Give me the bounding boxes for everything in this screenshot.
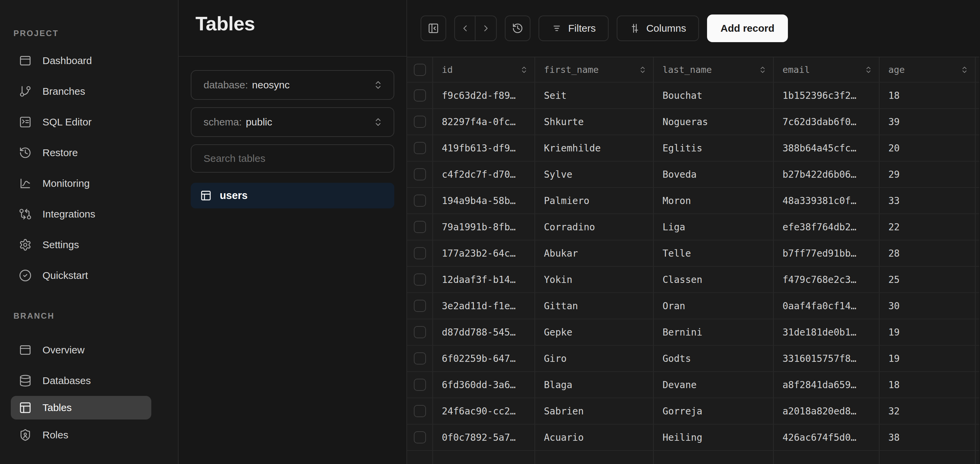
cell-email[interactable]: 1b152396c3f2… bbox=[773, 82, 879, 108]
cell-email[interactable]: 426ac674f5d0… bbox=[773, 424, 879, 451]
sort-icon[interactable] bbox=[638, 65, 648, 75]
row-checkbox[interactable] bbox=[414, 168, 426, 180]
sidebar-item-dashboard[interactable]: Dashboard bbox=[0, 45, 178, 76]
row-checkbox[interactable] bbox=[414, 221, 426, 233]
cell-id[interactable]: d87dd788-545… bbox=[433, 319, 535, 345]
cell-id[interactable]: 419fb613-df9… bbox=[433, 135, 535, 161]
cell-last_name[interactable]: Bernini bbox=[654, 319, 773, 345]
row-checkbox[interactable] bbox=[414, 300, 426, 312]
cell-email[interactable]: 388b64a45cfc… bbox=[773, 135, 879, 161]
cell-last_name[interactable]: Liga bbox=[654, 214, 773, 240]
cell-email[interactable]: b27b422d6b06… bbox=[773, 161, 879, 188]
cell-last_name[interactable]: Gorreja bbox=[654, 398, 773, 424]
row-checkbox[interactable] bbox=[414, 142, 426, 154]
cell-age[interactable]: 19 bbox=[879, 345, 975, 372]
cell-first_name[interactable]: Palmiero bbox=[535, 188, 654, 214]
cell-last_name[interactable]: Telle bbox=[654, 240, 773, 266]
cell-id[interactable]: 6fd360dd-3a6… bbox=[433, 372, 535, 398]
cell-first_name[interactable]: Shkurte bbox=[535, 108, 654, 135]
history-button[interactable] bbox=[505, 16, 530, 41]
row-checkbox[interactable] bbox=[414, 326, 426, 338]
cell-first_name[interactable]: Giro bbox=[535, 345, 654, 372]
database-select[interactable]: database: neosync bbox=[191, 70, 394, 100]
cell-id[interactable]: 82297f4a-0fc… bbox=[433, 108, 535, 135]
cell-age[interactable]: 32 bbox=[879, 398, 975, 424]
cell-id[interactable]: 177a23b2-64c… bbox=[433, 240, 535, 266]
table-list-item-users[interactable]: users bbox=[191, 183, 394, 208]
cell-email[interactable]: 3316015757f8… bbox=[773, 345, 879, 372]
cell-email[interactable]: a8f2841da659… bbox=[773, 372, 879, 398]
cell-last_name[interactable]: Classen bbox=[654, 266, 773, 293]
cell-id[interactable]: 24f6ac90-cc2… bbox=[433, 398, 535, 424]
sidebar-item-roles[interactable]: Roles bbox=[0, 419, 178, 450]
sort-icon[interactable] bbox=[519, 65, 529, 75]
sidebar-item-databases[interactable]: Databases bbox=[0, 365, 178, 396]
cell-age[interactable]: 38 bbox=[879, 424, 975, 451]
row-checkbox[interactable] bbox=[414, 247, 426, 259]
schema-select[interactable]: schema: public bbox=[191, 107, 394, 137]
cell-age[interactable]: 25 bbox=[879, 266, 975, 293]
cell-email[interactable]: 0aaf4fa0cf14… bbox=[773, 293, 879, 319]
cell-id[interactable]: 194a9b4a-58b… bbox=[433, 188, 535, 214]
collapse-panel-button[interactable] bbox=[421, 16, 446, 41]
row-checkbox[interactable] bbox=[414, 195, 426, 207]
sidebar-item-settings[interactable]: Settings bbox=[0, 229, 178, 260]
row-checkbox[interactable] bbox=[414, 379, 426, 391]
column-header-id[interactable]: id bbox=[433, 57, 535, 82]
row-checkbox[interactable] bbox=[414, 89, 426, 102]
cell-age[interactable]: 18 bbox=[879, 82, 975, 108]
cell-age[interactable]: 30 bbox=[879, 293, 975, 319]
cell-email[interactable]: 7c62d3dab6f0… bbox=[773, 108, 879, 135]
add-record-button[interactable]: Add record bbox=[707, 14, 788, 42]
filters-button[interactable]: Filters bbox=[539, 16, 609, 41]
cell-last_name[interactable]: Moron bbox=[654, 188, 773, 214]
row-checkbox[interactable] bbox=[414, 116, 426, 128]
cell-first_name[interactable]: Gepke bbox=[535, 319, 654, 345]
cell-last_name[interactable]: Boveda bbox=[654, 161, 773, 188]
sidebar-item-monitoring[interactable]: Monitoring bbox=[0, 168, 178, 199]
sidebar-item-quickstart[interactable]: Quickstart bbox=[0, 260, 178, 291]
cell-first_name[interactable]: Corradino bbox=[535, 214, 654, 240]
cell-last_name[interactable]: Eglitis bbox=[654, 135, 773, 161]
row-checkbox[interactable] bbox=[414, 431, 426, 443]
sidebar-item-sql-editor[interactable]: SQL Editor bbox=[0, 107, 178, 137]
cell-email[interactable]: 31de181de0b1… bbox=[773, 319, 879, 345]
cell-last_name[interactable]: Devane bbox=[654, 372, 773, 398]
cell-last_name[interactable]: Heiling bbox=[654, 424, 773, 451]
search-tables-input[interactable] bbox=[204, 153, 382, 164]
sort-icon[interactable] bbox=[864, 65, 873, 75]
cell-email[interactable]: a2018a820ed8… bbox=[773, 398, 879, 424]
sidebar-item-tables[interactable]: Tables bbox=[11, 396, 151, 419]
column-header-last-name[interactable]: last_name bbox=[654, 57, 773, 82]
column-header-first-name[interactable]: first_name bbox=[535, 57, 654, 82]
sidebar-item-integrations[interactable]: Integrations bbox=[0, 199, 178, 229]
previous-page-button[interactable] bbox=[455, 16, 476, 40]
sort-icon[interactable] bbox=[757, 65, 768, 75]
sidebar-item-overview[interactable]: Overview bbox=[0, 335, 178, 365]
cell-last_name[interactable]: Bouchat bbox=[654, 82, 773, 108]
cell-email[interactable]: f479c768e2c3… bbox=[773, 266, 879, 293]
cell-age[interactable]: 20 bbox=[879, 135, 975, 161]
cell-id[interactable]: f9c63d2d-f89… bbox=[433, 82, 535, 108]
cell-first_name[interactable]: Gittan bbox=[535, 293, 654, 319]
cell-last_name[interactable]: Oran bbox=[654, 293, 773, 319]
columns-button[interactable]: Columns bbox=[617, 16, 699, 41]
sidebar-item-branches[interactable]: Branches bbox=[0, 76, 178, 107]
cell-email[interactable]: efe38f764db2… bbox=[773, 214, 879, 240]
cell-email[interactable]: b7ff77ed91bb… bbox=[773, 240, 879, 266]
cell-id[interactable]: 79a1991b-8fb… bbox=[433, 214, 535, 240]
cell-first_name[interactable]: Acuario bbox=[535, 424, 654, 451]
cell-age[interactable]: 29 bbox=[879, 161, 975, 188]
column-header-email[interactable]: email bbox=[773, 57, 879, 82]
cell-first_name[interactable]: Kriemhilde bbox=[535, 135, 654, 161]
cell-age[interactable]: 19 bbox=[879, 319, 975, 345]
cell-last_name[interactable]: Godts bbox=[654, 345, 773, 372]
cell-id[interactable]: 12daaf3f-b14… bbox=[433, 266, 535, 293]
cell-first_name[interactable]: Abukar bbox=[535, 240, 654, 266]
cell-email[interactable]: 48a339381c0f… bbox=[773, 188, 879, 214]
cell-id[interactable]: 0f0c7892-5a7… bbox=[433, 424, 535, 451]
row-checkbox[interactable] bbox=[414, 405, 426, 417]
cell-id[interactable]: 6f02259b-647… bbox=[433, 345, 535, 372]
cell-first_name[interactable]: Yokin bbox=[535, 266, 654, 293]
row-checkbox[interactable] bbox=[414, 352, 426, 365]
